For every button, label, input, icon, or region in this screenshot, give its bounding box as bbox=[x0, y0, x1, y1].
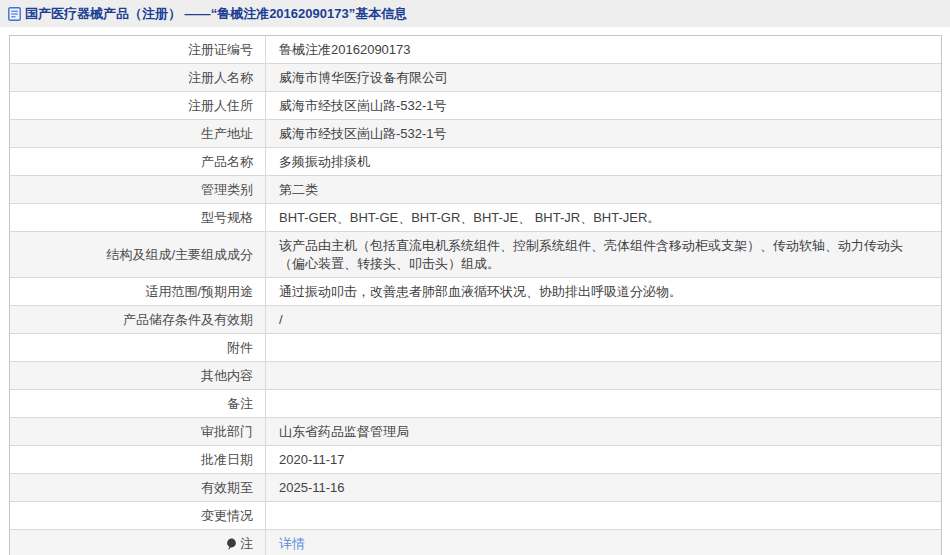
table-row-remarks: 备注 bbox=[10, 390, 941, 418]
table-row-product-name: 产品名称 多频振动排痰机 bbox=[10, 148, 941, 176]
table-row-other-content: 其他内容 bbox=[10, 362, 941, 390]
row-label: 有效期至 bbox=[10, 474, 266, 501]
row-label: 批准日期 bbox=[10, 446, 266, 473]
row-value: 鲁械注准20162090173 bbox=[266, 36, 941, 63]
table-row-registrant-address: 注册人住所 威海市经技区崮山路-532-1号 bbox=[10, 92, 941, 120]
row-label: 备注 bbox=[10, 390, 266, 417]
row-value bbox=[266, 502, 941, 529]
row-label: 注册证编号 bbox=[10, 36, 266, 63]
table-row-change-status: 变更情况 bbox=[10, 502, 941, 530]
table-row-reg-number: 注册证编号 鲁械注准20162090173 bbox=[10, 36, 941, 64]
row-label: 其他内容 bbox=[10, 362, 266, 389]
table-row-management-class: 管理类别 第二类 bbox=[10, 176, 941, 204]
row-label: 产品储存条件及有效期 bbox=[10, 306, 266, 333]
table-row-storage-validity: 产品储存条件及有效期 / bbox=[10, 306, 941, 334]
row-label: 结构及组成/主要组成成分 bbox=[10, 232, 266, 277]
row-label: 注 bbox=[10, 530, 266, 555]
page-header: 国产医疗器械产品（注册） —— “鲁械注准20162090173” 基本信息 bbox=[0, 0, 950, 27]
row-value: 2025-11-16 bbox=[266, 474, 941, 501]
registration-info-table: 注册证编号 鲁械注准20162090173 注册人名称 威海市博华医疗设备有限公… bbox=[9, 35, 942, 555]
row-label: 注册人住所 bbox=[10, 92, 266, 119]
table-row-intended-use: 适用范围/预期用途 通过振动叩击，改善患者肺部血液循环状况、协助排出呼吸道分泌物… bbox=[10, 278, 941, 306]
row-value: 威海市博华医疗设备有限公司 bbox=[266, 64, 941, 91]
row-value: / bbox=[266, 306, 941, 333]
pin-icon bbox=[226, 538, 237, 551]
table-row-note: 注 详情 bbox=[10, 530, 941, 555]
row-value: 山东省药品监督管理局 bbox=[266, 418, 941, 445]
row-label: 管理类别 bbox=[10, 176, 266, 203]
row-value: 威海市经技区崮山路-532-1号 bbox=[266, 120, 941, 147]
row-value: 威海市经技区崮山路-532-1号 bbox=[266, 92, 941, 119]
row-value: 2020-11-17 bbox=[266, 446, 941, 473]
table-row-approval-department: 审批部门 山东省药品监督管理局 bbox=[10, 418, 941, 446]
page-title-prefix: 国产医疗器械产品（注册） —— bbox=[25, 5, 211, 23]
row-value: 多频振动排痰机 bbox=[266, 148, 941, 175]
table-row-valid-until: 有效期至 2025-11-16 bbox=[10, 474, 941, 502]
document-icon bbox=[8, 7, 21, 21]
row-value bbox=[266, 334, 941, 361]
row-value: 详情 bbox=[266, 530, 941, 555]
row-label: 变更情况 bbox=[10, 502, 266, 529]
table-row-attachments: 附件 bbox=[10, 334, 941, 362]
row-value: 第二类 bbox=[266, 176, 941, 203]
row-label: 产品名称 bbox=[10, 148, 266, 175]
row-label: 注册人名称 bbox=[10, 64, 266, 91]
row-label: 附件 bbox=[10, 334, 266, 361]
row-label: 适用范围/预期用途 bbox=[10, 278, 266, 305]
table-row-production-address: 生产地址 威海市经技区崮山路-532-1号 bbox=[10, 120, 941, 148]
page-title-suffix: 基本信息 bbox=[355, 5, 407, 23]
row-label: 生产地址 bbox=[10, 120, 266, 147]
table-row-registrant-name: 注册人名称 威海市博华医疗设备有限公司 bbox=[10, 64, 941, 92]
page-title-regno: “鲁械注准20162090173” bbox=[211, 5, 356, 23]
row-value bbox=[266, 390, 941, 417]
table-row-structure-composition: 结构及组成/主要组成成分 该产品由主机（包括直流电机系统组件、控制系统组件、壳体… bbox=[10, 232, 941, 278]
row-value: 通过振动叩击，改善患者肺部血液循环状况、协助排出呼吸道分泌物。 bbox=[266, 278, 941, 305]
row-value bbox=[266, 362, 941, 389]
details-link[interactable]: 详情 bbox=[279, 535, 305, 553]
row-label: 审批部门 bbox=[10, 418, 266, 445]
table-row-approval-date: 批准日期 2020-11-17 bbox=[10, 446, 941, 474]
table-row-model-spec: 型号规格 BHT-GER、BHT-GE、BHT-GR、BHT-JE、 BHT-J… bbox=[10, 204, 941, 232]
row-value: 该产品由主机（包括直流电机系统组件、控制系统组件、壳体组件含移动柜或支架）、传动… bbox=[266, 232, 941, 277]
row-value: BHT-GER、BHT-GE、BHT-GR、BHT-JE、 BHT-JR、BHT… bbox=[266, 204, 941, 231]
row-label: 型号规格 bbox=[10, 204, 266, 231]
